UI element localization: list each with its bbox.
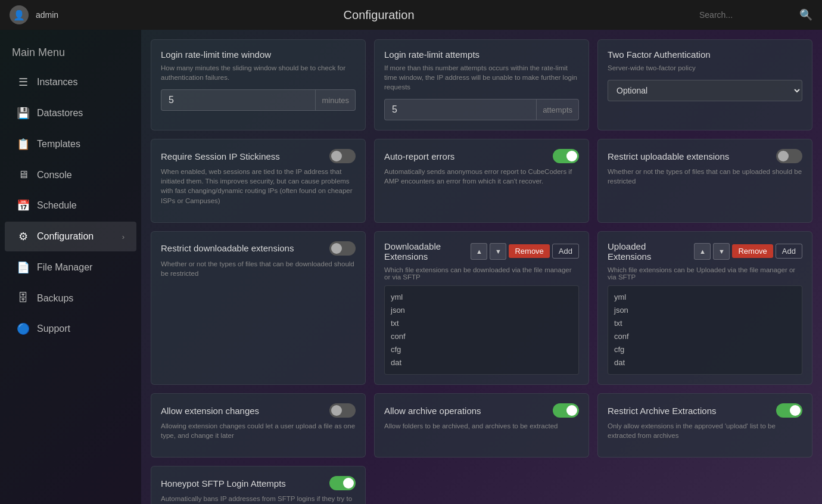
card-restrict-upload: Restrict uploadable extensions Whether o… bbox=[597, 139, 812, 222]
sidebar-item-file-manager[interactable]: 📄 File Manager bbox=[5, 253, 136, 282]
sidebar-label-templates: Templates bbox=[37, 139, 80, 150]
card-honeypot-desc: Automatically bans IP addresses from SFT… bbox=[161, 494, 356, 504]
list-item[interactable]: json bbox=[391, 304, 572, 317]
list-item[interactable]: dat bbox=[614, 356, 796, 369]
restrict-download-toggle[interactable] bbox=[329, 241, 356, 256]
cards-grid: Login rate-limit time window How many mi… bbox=[151, 39, 812, 504]
rate-window-input-row: minutes bbox=[161, 89, 356, 111]
sidebar-label-configuration: Configuration bbox=[37, 231, 94, 242]
card-allow-archive: Allow archive operations Allow folders t… bbox=[374, 393, 589, 458]
sidebar-item-templates[interactable]: 📋 Templates bbox=[5, 129, 136, 159]
card-auto-report: Auto-report errors Automatically sends a… bbox=[374, 139, 589, 222]
sidebar-item-schedule[interactable]: 📅 Schedule bbox=[5, 191, 136, 220]
card-login-rate-attempts: Login rate-limit attempts If more than t… bbox=[374, 39, 589, 130]
restrict-archive-toggle[interactable] bbox=[776, 403, 802, 418]
list-item[interactable]: txt bbox=[614, 317, 796, 330]
list-item[interactable]: yml bbox=[614, 291, 796, 304]
card-auto-report-title: Auto-report errors bbox=[384, 149, 579, 163]
list-item[interactable]: txt bbox=[391, 317, 572, 330]
sidebar-item-configuration[interactable]: ⚙ Configuration › bbox=[5, 222, 136, 251]
page-title: Configuration bbox=[66, 8, 692, 22]
card-allow-ext-changes: Allow extension changes Allowing extensi… bbox=[151, 393, 366, 458]
support-icon: 🔵 bbox=[17, 322, 30, 335]
list-item[interactable]: yml bbox=[391, 291, 572, 304]
main-content: Login rate-limit time window How many mi… bbox=[141, 30, 822, 504]
uploaded-ext-remove[interactable]: Remove bbox=[732, 244, 773, 258]
card-restrict-download-title: Restrict downloadable extensions bbox=[161, 241, 356, 256]
two-factor-select[interactable]: Optional Required Disabled bbox=[608, 80, 802, 101]
rate-attempts-input-row: attempts bbox=[384, 99, 579, 120]
card-allow-archive-title: Allow archive operations bbox=[384, 403, 579, 418]
uploaded-ext-add[interactable]: Add bbox=[776, 244, 802, 259]
rate-window-input[interactable] bbox=[161, 89, 316, 111]
sidebar: Main Menu ☰ Instances 💾 Datastores 📋 Tem… bbox=[0, 30, 141, 504]
card-allow-archive-desc: Allow folders to be archived, and archiv… bbox=[384, 421, 579, 431]
allow-archive-toggle[interactable] bbox=[553, 403, 579, 418]
sidebar-item-datastores[interactable]: 💾 Datastores bbox=[5, 98, 136, 128]
file-manager-icon: 📄 bbox=[17, 261, 30, 274]
uploaded-ext-list[interactable]: yml json txt conf cfg dat bbox=[608, 285, 802, 375]
card-downloadable-ext: Downloadable Extensions ▲ ▼ Remove Add W… bbox=[374, 231, 589, 385]
instances-icon: ☰ bbox=[17, 76, 30, 89]
card-restrict-upload-desc: Whether or not the types of files that c… bbox=[608, 167, 802, 186]
sidebar-item-console[interactable]: 🖥 Console bbox=[5, 160, 136, 189]
list-item[interactable]: dat bbox=[391, 356, 572, 369]
topbar: 👤 admin Configuration 🔍 bbox=[0, 0, 822, 30]
main-layout: Main Menu ☰ Instances 💾 Datastores 📋 Tem… bbox=[0, 30, 822, 504]
datastores-icon: 💾 bbox=[17, 107, 30, 120]
card-restrict-archive-desc: Only allow extensions in the approved 'u… bbox=[608, 421, 802, 440]
rate-attempts-input[interactable] bbox=[384, 99, 537, 120]
sidebar-item-instances[interactable]: ☰ Instances bbox=[5, 67, 136, 97]
card-uploaded-ext: Uploaded Extensions ▲ ▼ Remove Add Which… bbox=[597, 231, 812, 385]
uploaded-ext-header: Uploaded Extensions ▲ ▼ Remove Add bbox=[608, 241, 802, 262]
uploaded-ext-up[interactable]: ▲ bbox=[694, 243, 711, 260]
uploaded-ext-down[interactable]: ▼ bbox=[713, 243, 730, 260]
list-item[interactable]: cfg bbox=[614, 343, 796, 356]
list-item[interactable]: conf bbox=[391, 330, 572, 343]
card-session-ip-title: Require Session IP Stickiness bbox=[161, 149, 356, 163]
sidebar-label-support: Support bbox=[37, 323, 70, 334]
card-allow-ext-changes-desc: Allowing extension changes could let a u… bbox=[161, 421, 356, 440]
auto-report-toggle[interactable] bbox=[553, 149, 579, 163]
card-two-factor-desc: Server-wide two-factor policy bbox=[608, 63, 802, 73]
topbar-username: admin bbox=[36, 10, 58, 20]
search-button[interactable]: 🔍 bbox=[799, 8, 812, 21]
card-auto-report-desc: Automatically sends anonymous error repo… bbox=[384, 167, 579, 186]
sidebar-item-support[interactable]: 🔵 Support bbox=[5, 314, 136, 344]
console-icon: 🖥 bbox=[17, 169, 30, 181]
list-item[interactable]: json bbox=[614, 304, 796, 317]
restrict-archive-slider bbox=[776, 403, 802, 418]
session-ip-toggle[interactable] bbox=[329, 149, 356, 163]
sidebar-item-backups[interactable]: 🗄 Backups bbox=[5, 284, 136, 313]
restrict-upload-slider bbox=[776, 149, 802, 163]
list-item[interactable]: cfg bbox=[391, 343, 572, 356]
honeypot-toggle[interactable] bbox=[329, 476, 356, 490]
list-item[interactable]: conf bbox=[614, 330, 796, 343]
card-login-rate-window: Login rate-limit time window How many mi… bbox=[151, 39, 366, 130]
downloadable-ext-up[interactable]: ▲ bbox=[471, 243, 487, 260]
card-session-ip: Require Session IP Stickiness When enabl… bbox=[151, 139, 366, 222]
restrict-upload-toggle[interactable] bbox=[776, 149, 802, 163]
downloadable-ext-down[interactable]: ▼ bbox=[490, 243, 506, 260]
downloadable-ext-title: Downloadable Extensions bbox=[384, 241, 441, 262]
card-login-rate-attempts-title: Login rate-limit attempts bbox=[384, 49, 579, 60]
card-two-factor: Two Factor Authentication Server-wide tw… bbox=[597, 39, 812, 130]
card-two-factor-title: Two Factor Authentication bbox=[608, 49, 802, 60]
downloadable-ext-remove[interactable]: Remove bbox=[509, 244, 549, 258]
search-input[interactable] bbox=[699, 10, 795, 20]
rate-window-suffix: minutes bbox=[316, 89, 356, 111]
card-restrict-download-desc: Whether or not the types of files that c… bbox=[161, 259, 356, 278]
card-allow-ext-changes-title: Allow extension changes bbox=[161, 403, 356, 418]
card-restrict-archive: Restrict Archive Extractions Only allow … bbox=[597, 393, 812, 458]
sidebar-label-file-manager: File Manager bbox=[37, 262, 92, 273]
card-login-rate-attempts-desc: If more than this number attempts occurs… bbox=[384, 63, 579, 92]
card-restrict-download: Restrict downloadable extensions Whether… bbox=[151, 231, 366, 385]
schedule-icon: 📅 bbox=[17, 199, 30, 212]
avatar: 👤 bbox=[10, 5, 29, 24]
sidebar-label-schedule: Schedule bbox=[37, 200, 77, 211]
allow-ext-slider bbox=[329, 403, 356, 418]
downloadable-ext-list[interactable]: yml json txt conf cfg dat bbox=[384, 285, 579, 375]
allow-ext-toggle[interactable] bbox=[329, 403, 356, 418]
downloadable-ext-add[interactable]: Add bbox=[552, 244, 579, 259]
card-login-rate-window-desc: How many minutes the sliding window shou… bbox=[161, 63, 356, 82]
